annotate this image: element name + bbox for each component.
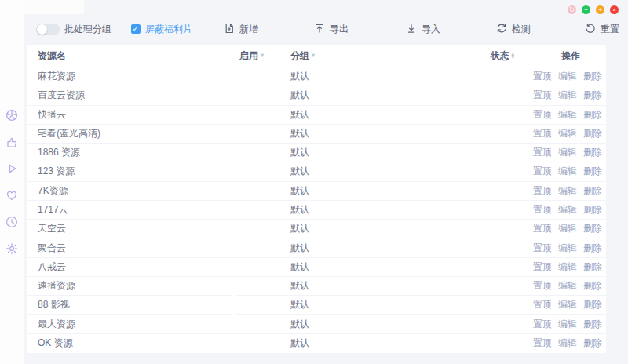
pin-top-link[interactable]: 置顶 <box>533 89 552 102</box>
row-actions: 置顶编辑删除 <box>518 184 602 198</box>
heart-icon[interactable] <box>5 189 18 202</box>
col-actions: 操作 <box>518 49 602 63</box>
table-row: 1717云 默认 置顶编辑删除 <box>27 201 606 220</box>
edit-link[interactable]: 编辑 <box>558 242 577 255</box>
pin-top-link[interactable]: 置顶 <box>533 242 552 255</box>
pin-top-link[interactable]: 置顶 <box>533 318 552 331</box>
edit-link[interactable]: 编辑 <box>558 146 577 159</box>
pin-top-link[interactable]: 置顶 <box>533 184 552 198</box>
delete-link[interactable]: 删除 <box>583 146 602 159</box>
resource-table: 资源名 启用 ▾ 分组 ▾ 状态 ▴▾ 操作 麻花资源 默认 置顶编辑删除 百度… <box>27 45 606 353</box>
edit-link[interactable]: 编辑 <box>558 165 577 178</box>
delete-link[interactable]: 删除 <box>583 337 602 350</box>
resource-name: 聚合云 <box>38 242 239 255</box>
row-actions: 置顶编辑删除 <box>518 222 602 235</box>
resource-name: OK 资源 <box>38 337 239 350</box>
refresh-window-button[interactable]: ↻ <box>568 5 576 14</box>
add-button[interactable]: 新增 <box>224 20 258 38</box>
maximize-window-button[interactable]: + <box>596 5 604 14</box>
pin-top-link[interactable]: 置顶 <box>533 127 552 140</box>
detect-button[interactable]: 检测 <box>496 20 531 38</box>
aperture-icon[interactable] <box>5 109 18 122</box>
window-controls: ↻−+× <box>568 5 619 14</box>
gear-icon[interactable] <box>5 242 18 255</box>
reset-button[interactable]: 重置 <box>585 20 619 38</box>
col-status[interactable]: 状态 ▴▾ <box>447 49 518 63</box>
pin-top-link[interactable]: 置顶 <box>533 108 552 122</box>
sidebar <box>0 0 24 364</box>
row-actions: 置顶编辑删除 <box>518 127 602 140</box>
row-actions: 置顶编辑删除 <box>518 146 602 159</box>
table-row: 快播云 默认 置顶编辑删除 <box>27 106 606 125</box>
edit-link[interactable]: 编辑 <box>558 298 577 311</box>
pin-top-link[interactable]: 置顶 <box>533 222 552 235</box>
pin-top-link[interactable]: 置顶 <box>533 279 552 293</box>
edit-link[interactable]: 编辑 <box>558 337 577 350</box>
edit-link[interactable]: 编辑 <box>558 184 577 198</box>
delete-link[interactable]: 删除 <box>583 165 602 178</box>
edit-link[interactable]: 编辑 <box>558 260 577 274</box>
resource-name: 123 资源 <box>38 165 239 178</box>
play-icon[interactable] <box>5 162 18 175</box>
delete-link[interactable]: 删除 <box>583 70 602 83</box>
delete-link[interactable]: 删除 <box>583 203 602 217</box>
edit-link[interactable]: 编辑 <box>558 108 577 122</box>
col-enable[interactable]: 启用 ▾ <box>239 49 290 63</box>
sort-icon[interactable]: ▴▾ <box>511 53 514 59</box>
pin-top-link[interactable]: 置顶 <box>533 165 552 178</box>
table-row: 天空云 默认 置顶编辑删除 <box>27 220 606 238</box>
edit-link[interactable]: 编辑 <box>558 318 577 331</box>
pin-top-link[interactable]: 置顶 <box>533 203 552 217</box>
export-icon <box>314 23 325 36</box>
delete-link[interactable]: 删除 <box>583 318 602 331</box>
delete-link[interactable]: 删除 <box>583 108 602 122</box>
delete-link[interactable]: 删除 <box>583 242 602 255</box>
pin-top-link[interactable]: 置顶 <box>533 260 552 274</box>
col-group[interactable]: 分组 ▾ <box>290 49 447 63</box>
block-welfare-label: 屏蔽福利片 <box>145 23 192 36</box>
batch-group-toggle[interactable]: 批处理分组 <box>36 20 111 38</box>
export-button[interactable]: 导出 <box>314 20 349 38</box>
delete-link[interactable]: 删除 <box>583 222 602 235</box>
pin-top-link[interactable]: 置顶 <box>533 146 552 159</box>
edit-link[interactable]: 编辑 <box>558 203 577 217</box>
group-value: 默认 <box>290 203 447 217</box>
edit-link[interactable]: 编辑 <box>558 89 577 102</box>
group-value: 默认 <box>290 222 447 235</box>
block-welfare-checkbox[interactable]: 屏蔽福利片 <box>131 20 192 38</box>
group-value: 默认 <box>290 260 447 274</box>
minimize-window-button[interactable]: − <box>582 5 590 14</box>
row-actions: 置顶编辑删除 <box>518 70 602 83</box>
table-row: 7K资源 默认 置顶编辑删除 <box>27 182 606 201</box>
resource-name: 宅看(蓝光高清) <box>38 127 239 140</box>
pin-top-link[interactable]: 置顶 <box>533 337 552 350</box>
thumbs-up-icon[interactable] <box>5 136 18 148</box>
table-row: 速播资源 默认 置顶编辑删除 <box>27 277 606 296</box>
row-actions: 置顶编辑删除 <box>518 298 602 311</box>
edit-link[interactable]: 编辑 <box>558 222 577 235</box>
delete-link[interactable]: 删除 <box>583 260 602 274</box>
toggle-off-switch[interactable] <box>36 24 60 35</box>
delete-link[interactable]: 删除 <box>583 298 602 311</box>
delete-link[interactable]: 删除 <box>583 127 602 140</box>
delete-link[interactable]: 删除 <box>583 89 602 102</box>
edit-link[interactable]: 编辑 <box>558 127 577 140</box>
pin-top-link[interactable]: 置顶 <box>533 70 552 83</box>
edit-link[interactable]: 编辑 <box>558 279 577 293</box>
delete-link[interactable]: 删除 <box>583 184 602 198</box>
delete-link[interactable]: 删除 <box>583 279 602 293</box>
table-row: 百度云资源 默认 置顶编辑删除 <box>27 86 606 105</box>
edit-link[interactable]: 编辑 <box>558 70 577 83</box>
group-value: 默认 <box>290 108 447 122</box>
close-window-button[interactable]: × <box>610 5 619 14</box>
clock-icon[interactable] <box>5 216 18 228</box>
import-button[interactable]: 导入 <box>406 20 440 38</box>
table-row: 88 影视 默认 置顶编辑删除 <box>27 296 606 315</box>
checkbox-checked-icon[interactable] <box>131 24 141 34</box>
group-value: 默认 <box>290 146 447 159</box>
pin-top-link[interactable]: 置顶 <box>533 298 552 311</box>
doc-add-icon <box>224 23 235 36</box>
resource-name: 7K资源 <box>38 184 239 198</box>
group-value: 默认 <box>290 70 447 83</box>
col-status-label: 状态 <box>490 49 509 63</box>
